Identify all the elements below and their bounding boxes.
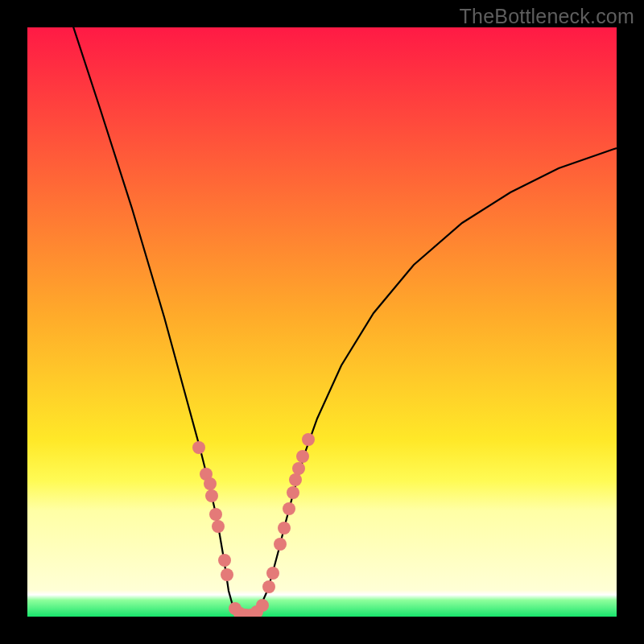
data-dot (296, 450, 309, 463)
data-dot (218, 554, 231, 567)
watermark-label: TheBottleneck.com (460, 5, 634, 28)
plot-area (27, 27, 617, 617)
data-dot (302, 433, 315, 446)
data-dot (205, 489, 218, 502)
curve-layer (27, 27, 617, 617)
data-dot (221, 568, 233, 581)
chart-frame: TheBottleneck.com (0, 0, 644, 644)
data-dot (192, 441, 205, 454)
data-dot (287, 486, 299, 499)
data-dot (292, 462, 305, 475)
data-dot (266, 567, 279, 580)
data-dot (209, 508, 222, 521)
data-dot (283, 502, 295, 515)
data-dot (256, 599, 269, 612)
bottleneck-curve (71, 27, 617, 615)
data-dot (274, 538, 287, 551)
data-dot (204, 477, 217, 490)
data-dot (262, 580, 275, 593)
data-dot (278, 522, 291, 535)
data-dot (212, 520, 225, 533)
data-dot (289, 473, 302, 486)
